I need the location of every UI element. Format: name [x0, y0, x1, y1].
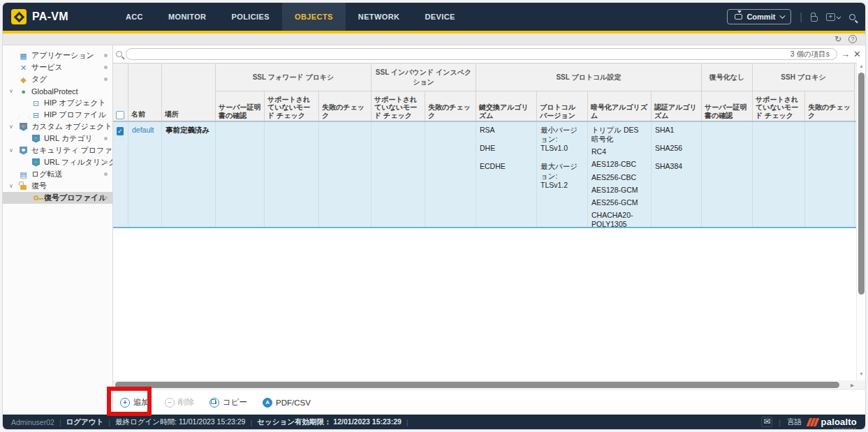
sidebar-item-label: カスタム オブジェクト: [31, 121, 112, 132]
sidebar-item-decryption-profile[interactable]: 復号プロファイル: [3, 192, 112, 204]
row-cell: RSADHEECDHE: [476, 122, 537, 227]
tab-monitor[interactable]: MONITOR: [156, 3, 219, 31]
log-forwarding-icon: ▤: [18, 170, 29, 179]
item-dot: [104, 77, 108, 81]
language-link[interactable]: 言語: [787, 417, 802, 427]
sidebar-item-application[interactable]: ▦アプリケーション: [3, 50, 112, 61]
vertical-scrollbar[interactable]: ▲ ▼: [856, 63, 865, 380]
mail-icon[interactable]: ✉: [761, 417, 772, 427]
tab-network[interactable]: NETWORK: [346, 3, 413, 31]
task-manager-button[interactable]: +: [826, 13, 841, 21]
column-header[interactable]: 失敗のチェック: [805, 91, 855, 121]
chevron-down-icon[interactable]: ∨: [7, 88, 15, 94]
group-header: SSL フォワード プロキシ: [216, 64, 372, 91]
commit-label: Commit: [746, 13, 775, 21]
sidebar-item-url-filtering[interactable]: URL フィルタリング: [3, 156, 112, 168]
horizontal-scroll-thumb[interactable]: [115, 382, 839, 388]
sidebar-item-security-profiles[interactable]: ∨セキュリティ プロファイル: [3, 144, 112, 156]
services-icon: ✕: [18, 63, 29, 73]
item-dot: [104, 137, 108, 140]
chevron-down-icon[interactable]: ∨: [7, 124, 15, 130]
column-header[interactable]: 認証アルゴリズム: [652, 91, 702, 121]
logout-link[interactable]: ログアウト: [66, 417, 104, 427]
column-header-name[interactable]: 名前: [128, 64, 162, 121]
chevron-down-icon[interactable]: ∨: [7, 183, 15, 189]
row-name-cell[interactable]: default: [128, 122, 162, 227]
sidebar-item-services[interactable]: ✕サービス: [3, 61, 112, 73]
sidebar-item-hip-object[interactable]: ⊡HIP オブジェクト: [3, 97, 112, 109]
help-icon[interactable]: ?: [848, 35, 857, 43]
sidebar-item-decryption[interactable]: ∨復号: [3, 180, 112, 192]
row-cell: [265, 122, 319, 227]
sidebar-item-tag[interactable]: ◆タグ: [3, 73, 112, 85]
table-row-default[interactable]: ✓default事前定義済みRSADHEECDHE最小バージョン: TLSv1.…: [113, 121, 865, 228]
select-all-checkbox[interactable]: [116, 111, 124, 119]
row-cell: 最小バージョン: TLSv1.0最大バージョン: TLSv1.2: [537, 122, 588, 227]
pdf-csv-button[interactable]: A PDF/CSV: [263, 398, 311, 408]
add-button[interactable]: + 追加: [120, 397, 149, 408]
tab-policies[interactable]: POLICIES: [219, 3, 282, 31]
table-empty-area: [113, 228, 865, 380]
tab-objects[interactable]: OBJECTS: [282, 3, 346, 31]
group-header: SSL インバウンド インスペクション: [372, 64, 476, 91]
item-count-badge: 3 個の項目s: [790, 50, 830, 59]
row-location-cell: 事前定義済み: [162, 122, 216, 227]
sidebar-tree: ▦アプリケーション✕サービス◆タグ∨●GlobalProtect⊡HIP オブジ…: [3, 45, 113, 415]
column-header[interactable]: サポートされていないモード チェック: [372, 91, 425, 121]
column-header[interactable]: 鍵交換アルゴリズム: [476, 91, 537, 121]
security-profiles-icon: [18, 146, 29, 156]
sidebar-item-custom-objects[interactable]: ∨カスタム オブジェクト: [3, 121, 112, 133]
sidebar-item-url-category[interactable]: URL カテゴリ: [3, 133, 112, 144]
column-header[interactable]: 失敗のチェック: [319, 91, 372, 121]
copy-button[interactable]: コピー: [209, 397, 247, 408]
clear-filter-close-icon[interactable]: ✕: [853, 50, 861, 59]
item-dot: [104, 172, 108, 176]
column-header[interactable]: サーバー証明書の確認: [216, 91, 265, 121]
row-cell: [805, 122, 855, 227]
group-header: SSL プロトコル設定: [476, 64, 702, 91]
tab-device[interactable]: DEVICE: [412, 3, 467, 31]
apply-filter-arrow-icon[interactable]: →: [841, 50, 850, 59]
chevron-down-icon: [780, 13, 786, 18]
search-icon: [116, 51, 122, 57]
sidebar-item-hip-profile[interactable]: ⊟HIP プロファイル: [3, 109, 112, 121]
filter-search-input[interactable]: 3 個の項目s: [126, 48, 837, 60]
scroll-right-icon[interactable]: ▸: [851, 380, 854, 389]
url-filtering-icon: [31, 158, 41, 167]
column-header[interactable]: サポートされていないモード チェック: [753, 91, 805, 121]
chevron-down-icon[interactable]: ∨: [7, 147, 15, 154]
column-header-location[interactable]: 場所: [162, 64, 216, 121]
row-cell: [702, 122, 753, 227]
horizontal-scrollbar[interactable]: ▸: [113, 380, 865, 389]
last-login-time: 最終ログイン時間: 11/01/2023 15:23:29: [115, 417, 245, 427]
cell-value: CHACHA20-POLY1305: [591, 211, 647, 227]
sidebar-item-log-forwarding[interactable]: ▤ログ転送: [3, 168, 112, 180]
divider: |: [779, 418, 781, 426]
row-cell: トリプル DES 暗号化RC4AES128-CBCAES256-CBCAES12…: [588, 122, 652, 227]
paloalto-networks-logo: paloaltoNETWORKS: [808, 417, 857, 427]
divider: |: [108, 418, 110, 426]
lock-icon[interactable]: [811, 16, 818, 22]
global-search-icon[interactable]: [849, 14, 855, 20]
hip-object-icon: ⊡: [31, 98, 41, 108]
scroll-up-icon[interactable]: ▲: [857, 64, 865, 72]
sidebar-item-globalprotect[interactable]: ∨●GlobalProtect: [3, 85, 112, 97]
delete-button[interactable]: − 削除: [165, 397, 194, 408]
vertical-scroll-thumb[interactable]: [858, 73, 865, 295]
decryption-profile-icon: [31, 193, 41, 203]
row-checkbox[interactable]: ✓: [117, 127, 124, 135]
tab-acc[interactable]: ACC: [113, 3, 156, 31]
column-header[interactable]: サポートされていないモード チェック: [265, 91, 319, 121]
session-expiry: セッション有効期限： 12/01/2023 15:23:29: [257, 417, 402, 427]
device-name: PA-VM: [32, 10, 68, 23]
commit-button[interactable]: Commit: [727, 9, 791, 24]
column-header[interactable]: 失敗のチェック: [425, 91, 476, 121]
column-header[interactable]: サーバー証明書の確認: [702, 91, 753, 121]
refresh-icon[interactable]: ↻: [834, 35, 841, 43]
column-header[interactable]: 暗号化アルゴリズム: [588, 91, 652, 121]
item-dot: [104, 66, 108, 69]
scroll-down-icon[interactable]: ▼: [857, 371, 865, 380]
column-header[interactable]: プロトコル バージョン: [537, 91, 588, 121]
cell-value: RC4: [591, 147, 647, 156]
tasks-icon: +: [826, 13, 835, 21]
